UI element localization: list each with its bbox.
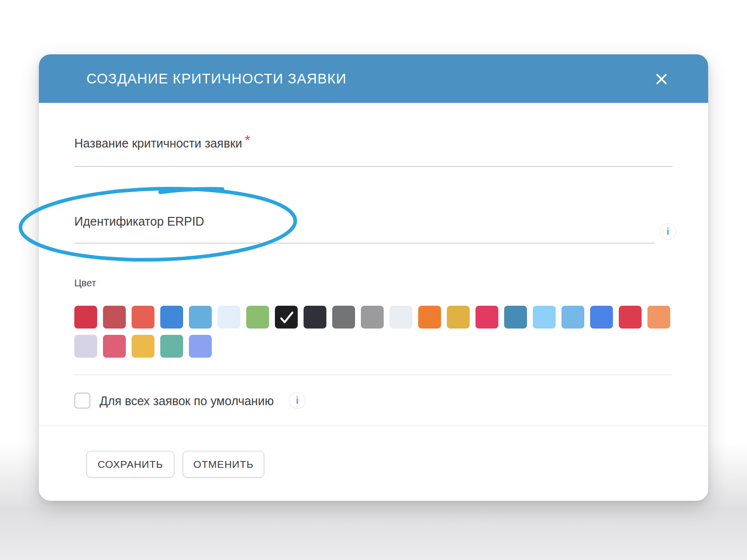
color-swatch[interactable]	[103, 306, 126, 329]
color-swatch[interactable]	[74, 306, 97, 329]
save-button[interactable]: СОХРАНИТЬ	[86, 451, 174, 478]
color-swatch[interactable]	[418, 306, 441, 329]
color-swatch-row-1	[74, 306, 670, 329]
color-swatch-selected[interactable]	[275, 306, 298, 329]
color-swatch[interactable]	[246, 306, 269, 329]
color-swatch[interactable]	[132, 306, 154, 329]
color-swatch[interactable]	[160, 335, 183, 358]
color-swatch[interactable]	[332, 306, 355, 329]
checkbox-info-icon[interactable]: i	[289, 392, 306, 409]
color-swatch[interactable]	[218, 306, 240, 329]
erpid-info-icon[interactable]: i	[660, 223, 676, 240]
color-swatch[interactable]	[189, 306, 212, 329]
color-swatch[interactable]	[189, 335, 212, 358]
modal-header: СОЗДАНИЕ КРИТИЧНОСТИ ЗАЯВКИ	[39, 54, 708, 103]
modal-title: СОЗДАНИЕ КРИТИЧНОСТИ ЗАЯВКИ	[86, 71, 347, 87]
section-divider	[74, 375, 673, 375]
color-swatch-row-2	[74, 335, 212, 358]
color-swatch[interactable]	[561, 306, 584, 329]
cancel-button[interactable]: ОТМЕНИТЬ	[183, 451, 264, 478]
color-swatch[interactable]	[447, 306, 470, 329]
close-icon	[655, 72, 668, 86]
color-swatch[interactable]	[647, 306, 670, 329]
check-icon	[278, 309, 295, 326]
close-button[interactable]	[652, 69, 671, 89]
footer-divider	[39, 426, 708, 426]
erpid-input[interactable]	[74, 221, 655, 244]
color-swatch[interactable]	[475, 306, 498, 329]
color-swatch[interactable]	[361, 306, 384, 329]
color-swatch[interactable]	[103, 335, 126, 358]
color-swatch[interactable]	[304, 306, 326, 329]
name-input[interactable]	[74, 145, 673, 167]
color-swatch[interactable]	[533, 306, 556, 329]
page-background: СОЗДАНИЕ КРИТИЧНОСТИ ЗАЯВКИ Название кри…	[0, 0, 747, 560]
default-for-all-label: Для всех заявок по умолчанию	[100, 394, 274, 408]
color-section-label: Цвет	[74, 278, 96, 289]
default-for-all-checkbox[interactable]	[74, 393, 90, 409]
color-swatch[interactable]	[590, 306, 613, 329]
color-swatch[interactable]	[390, 306, 412, 329]
color-swatch[interactable]	[74, 335, 97, 358]
color-swatch[interactable]	[160, 306, 183, 329]
color-swatch[interactable]	[619, 306, 642, 329]
create-criticality-modal: СОЗДАНИЕ КРИТИЧНОСТИ ЗАЯВКИ Название кри…	[39, 54, 708, 501]
color-swatch[interactable]	[132, 335, 154, 358]
color-swatch[interactable]	[504, 306, 527, 329]
